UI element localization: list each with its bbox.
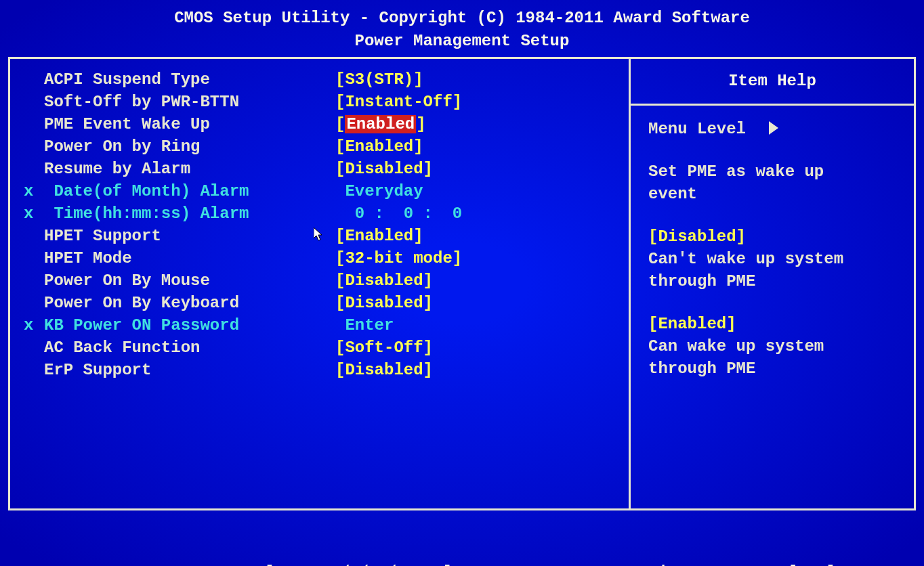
setting-label: Date(of Month) Alarm: [44, 180, 335, 202]
setting-label: HPET Mode: [44, 247, 335, 269]
setting-label: ErP Support: [44, 359, 335, 381]
setting-label: ACPI Suspend Type: [44, 68, 335, 91]
setting-value: 0 : 0 : 0: [335, 202, 462, 225]
item-help-pane: Item Help Menu Level Set PME as wake up …: [631, 59, 914, 508]
setting-value[interactable]: [S3(STR)]: [335, 68, 423, 91]
help-option-disabled: [Disabled] Can't wake up system through …: [648, 225, 902, 292]
setting-value[interactable]: [Disabled]: [335, 269, 433, 292]
setting-row[interactable]: HPET Mode[32-bit mode]: [37, 247, 622, 269]
setting-row[interactable]: AC Back Function[Soft-Off]: [37, 336, 622, 359]
bios-screen: CMOS Setup Utility - Copyright (C) 1984-…: [0, 0, 924, 566]
setting-row[interactable]: Soft-Off by PWR-BTTN[Instant-Off]: [37, 91, 622, 113]
disabled-mark: [24, 292, 44, 314]
settings-pane: ACPI Suspend Type[S3(STR)]Soft-Off by PW…: [10, 59, 631, 508]
setting-label: Soft-Off by PWR-BTTN: [44, 91, 335, 113]
disabled-mark: [24, 91, 44, 113]
help-line: Can't wake up system: [648, 248, 902, 270]
setting-label: HPET Support: [44, 225, 335, 247]
bios-header: CMOS Setup Utility - Copyright (C) 1984-…: [8, 3, 916, 57]
help-description: Set PME as wake up event: [648, 160, 902, 205]
setting-value[interactable]: [Enabled]: [335, 225, 423, 247]
setting-value: Enter: [335, 314, 394, 336]
setting-label: Power On By Keyboard: [44, 292, 335, 314]
setting-label: Time(hh:mm:ss) Alarm: [44, 202, 335, 225]
help-option-enabled: [Enabled] Can wake up system through PME: [648, 313, 902, 380]
setting-row[interactable]: ErP Support[Disabled]: [37, 359, 622, 381]
help-line: Can wake up system: [648, 335, 902, 357]
setting-value[interactable]: [32-bit mode]: [335, 247, 462, 269]
setting-value[interactable]: [Soft-Off]: [335, 336, 433, 359]
setting-row: x Date(of Month) Alarm Everyday: [37, 180, 622, 202]
setting-row[interactable]: PME Event Wake Up[Enabled]: [37, 113, 622, 135]
setting-row[interactable]: Power On By Mouse[Disabled]: [37, 269, 622, 292]
setting-value[interactable]: [Enabled]: [335, 135, 423, 158]
help-line: event: [648, 183, 902, 205]
disabled-mark: [24, 225, 44, 247]
setting-row[interactable]: Power On By Keyboard[Disabled]: [37, 292, 622, 314]
main-panel: ACPI Suspend Type[S3(STR)]Soft-Off by PW…: [8, 57, 916, 510]
help-option-title: [Enabled]: [648, 313, 902, 335]
disabled-mark: [24, 158, 44, 180]
disabled-mark: [24, 135, 44, 158]
setting-label: PME Event Wake Up: [44, 113, 335, 135]
menu-level-label: Menu Level: [648, 120, 746, 138]
bios-title: CMOS Setup Utility - Copyright (C) 1984-…: [8, 7, 916, 30]
disabled-mark: x: [24, 314, 44, 336]
disabled-mark: [24, 113, 44, 135]
help-option-title: [Disabled]: [648, 225, 902, 248]
disabled-mark: [24, 359, 44, 381]
setting-row[interactable]: Resume by Alarm[Disabled]: [37, 158, 622, 180]
setting-value: Everyday: [335, 180, 423, 202]
setting-value[interactable]: [Disabled]: [335, 359, 433, 381]
setting-label: Resume by Alarm: [44, 158, 335, 180]
disabled-mark: [24, 247, 44, 269]
setting-label: Power On By Mouse: [44, 269, 335, 292]
selected-value[interactable]: Enabled: [345, 115, 416, 133]
setting-label: KB Power ON Password: [44, 314, 335, 336]
setting-value[interactable]: [Disabled]: [335, 292, 433, 314]
disabled-mark: x: [24, 180, 44, 202]
help-line: through PME: [648, 270, 902, 292]
item-help-title: Item Help: [631, 59, 914, 106]
bios-subtitle: Power Management Setup: [8, 30, 916, 53]
disabled-mark: [24, 68, 44, 91]
setting-value[interactable]: [Enabled]: [335, 113, 426, 135]
footer-line-1: ↑↓→←:Move Enter:Select +/-/PU/PD:Value F…: [8, 562, 916, 566]
disabled-mark: [24, 336, 44, 359]
menu-level: Menu Level: [648, 118, 902, 140]
setting-value[interactable]: [Disabled]: [335, 158, 433, 180]
setting-row: x Time(hh:mm:ss) Alarm 0 : 0 : 0: [37, 202, 622, 225]
setting-value[interactable]: [Instant-Off]: [335, 91, 462, 113]
setting-row[interactable]: ACPI Suspend Type[S3(STR)]: [37, 68, 622, 91]
setting-label: Power On by Ring: [44, 135, 335, 158]
setting-row[interactable]: HPET Support[Enabled]: [37, 225, 622, 247]
item-help-body: Menu Level Set PME as wake up event [Dis…: [631, 106, 914, 387]
setting-row: xKB Power ON Password Enter: [37, 314, 622, 336]
help-line: through PME: [648, 357, 902, 380]
menu-level-arrow-icon: [769, 121, 778, 135]
setting-label: AC Back Function: [44, 336, 335, 359]
help-line: Set PME as wake up: [648, 160, 902, 183]
key-help-footer: ↑↓→←:Move Enter:Select +/-/PU/PD:Value F…: [8, 510, 916, 566]
disabled-mark: [24, 269, 44, 292]
setting-row[interactable]: Power On by Ring[Enabled]: [37, 135, 622, 158]
disabled-mark: x: [24, 202, 44, 225]
